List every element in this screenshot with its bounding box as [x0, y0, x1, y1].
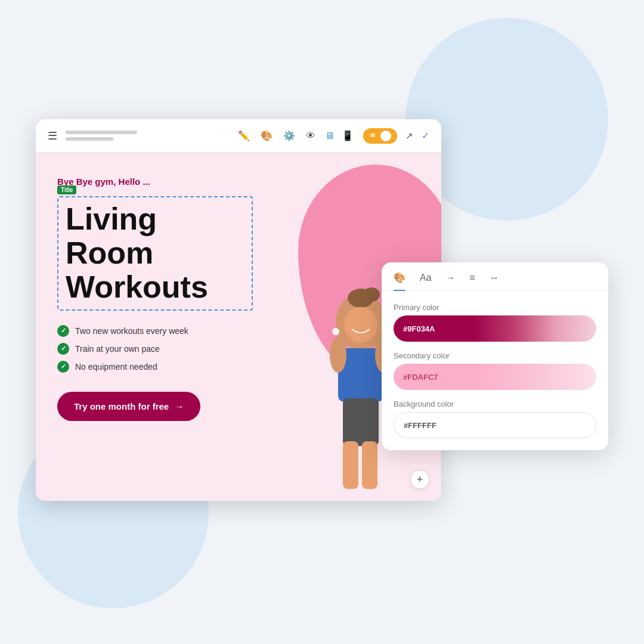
- content-area: Bye Bye gym, Hello ... Title Living Room…: [36, 153, 441, 501]
- title-line1: Living Room: [66, 202, 157, 270]
- secondary-color-swatch[interactable]: #FDAFC7: [394, 364, 596, 390]
- add-button[interactable]: +: [410, 470, 429, 489]
- confirm-icon[interactable]: ✓: [422, 130, 429, 141]
- breadcrumb: [66, 131, 137, 141]
- edit-icon[interactable]: ✏️: [238, 130, 250, 141]
- check-icon-2: [57, 343, 69, 355]
- desktop-icon[interactable]: 🖥: [325, 131, 335, 141]
- toolbar-right: 👁 ↗ ✓: [363, 128, 429, 144]
- cta-arrow-icon: →: [175, 401, 184, 411]
- primary-color-label: Primary color: [394, 303, 596, 312]
- cta-button[interactable]: Try one month for free →: [57, 392, 200, 421]
- preview-toggle-dot: [380, 131, 391, 141]
- title-wrapper: Title Living Room Workouts: [57, 196, 253, 311]
- tagline: Bye Bye gym, Hello ...: [57, 177, 253, 187]
- panel-body: Primary color #9F034A Secondary color #F…: [382, 291, 608, 450]
- svg-point-10: [332, 328, 339, 335]
- breadcrumb-line-1: [66, 131, 137, 134]
- settings-icon[interactable]: ⚙️: [283, 130, 295, 141]
- editor-window: ☰ ✏️ 🎨 ⚙️ 👁 🖥 📱 👁 ↗ ✓ B: [36, 119, 441, 501]
- toolbar: ☰ ✏️ 🎨 ⚙️ 👁 🖥 📱 👁 ↗ ✓: [36, 119, 441, 153]
- title-line2: Workouts: [66, 270, 208, 304]
- toolbar-device: 🖥 📱: [325, 130, 354, 141]
- feature-item-1: Two new workouts every week: [57, 325, 253, 337]
- title-label: Title: [57, 185, 76, 194]
- primary-color-swatch[interactable]: #9F034A: [394, 315, 596, 342]
- primary-color-section: Primary color #9F034A: [394, 303, 596, 342]
- primary-color-value: #9F034A: [403, 324, 435, 333]
- check-icon-3: [57, 361, 69, 373]
- features-list: Two new workouts every week Train at you…: [57, 325, 253, 373]
- eye-icon[interactable]: 👁: [306, 131, 315, 141]
- background-color-swatch[interactable]: #FFFFFF: [394, 412, 596, 438]
- svg-point-3: [344, 307, 377, 343]
- feature-text-3: No equipment needed: [75, 362, 157, 371]
- preview-toggle-icon: 👁: [369, 131, 377, 140]
- mobile-icon[interactable]: 📱: [342, 130, 354, 141]
- feature-item-3: No equipment needed: [57, 361, 253, 373]
- feature-text-1: Two new workouts every week: [75, 326, 188, 336]
- color-panel: 🎨 Aa → ≡ ↔ Primary color #9F034A Seconda…: [382, 262, 608, 450]
- secondary-color-value: #FDAFC7: [403, 373, 438, 382]
- feature-text-2: Train at your own pace: [75, 344, 160, 354]
- content-left: Bye Bye gym, Hello ... Title Living Room…: [36, 153, 274, 501]
- background-color-value: #FFFFFF: [404, 421, 436, 430]
- tab-link[interactable]: →: [446, 273, 456, 290]
- breadcrumb-line-2: [66, 137, 113, 141]
- feature-item-2: Train at your own pace: [57, 343, 253, 355]
- main-title[interactable]: Living Room Workouts: [57, 196, 253, 311]
- check-icon-1: [57, 325, 69, 337]
- tab-list[interactable]: ≡: [470, 273, 475, 290]
- background-color-section: Background color #FFFFFF: [394, 400, 596, 438]
- svg-rect-8: [343, 441, 358, 489]
- cta-button-text: Try one month for free: [74, 401, 169, 411]
- svg-point-5: [330, 337, 346, 373]
- preview-toggle[interactable]: 👁: [363, 128, 397, 144]
- svg-rect-9: [362, 441, 377, 489]
- hamburger-icon[interactable]: ☰: [48, 129, 57, 143]
- secondary-color-label: Secondary color: [394, 351, 596, 360]
- tab-typography[interactable]: Aa: [420, 273, 432, 290]
- svg-rect-7: [343, 398, 379, 446]
- palette-icon[interactable]: 🎨: [261, 130, 273, 141]
- toolbar-center: ✏️ 🎨 ⚙️ 👁: [238, 130, 315, 141]
- svg-point-2: [363, 287, 380, 302]
- secondary-color-section: Secondary color #FDAFC7: [394, 351, 596, 390]
- toolbar-left: ☰: [48, 129, 228, 143]
- tab-palette[interactable]: 🎨: [394, 272, 405, 290]
- panel-tabs: 🎨 Aa → ≡ ↔: [382, 262, 608, 291]
- external-link-icon[interactable]: ↗: [405, 131, 413, 141]
- background-color-label: Background color: [394, 400, 596, 408]
- tab-width[interactable]: ↔: [490, 273, 499, 290]
